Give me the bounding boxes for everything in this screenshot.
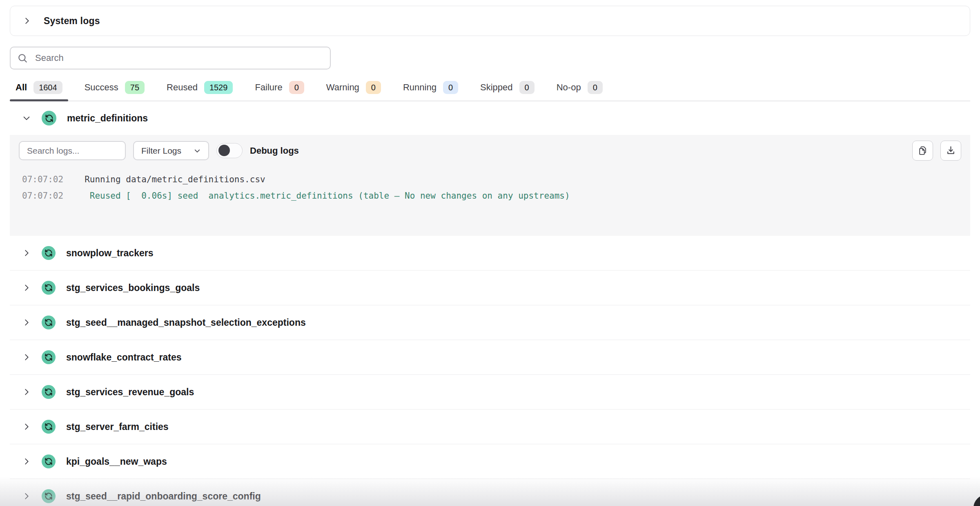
chevron-right-icon: [22, 353, 31, 362]
section-row[interactable]: stg_services_bookings_goals: [10, 271, 970, 305]
tab-label: Running: [403, 82, 437, 93]
reused-status-icon: [42, 489, 56, 503]
section-name: stg_seed__managed_snapshot_selection_exc…: [66, 317, 306, 328]
status-tab[interactable]: Skipped 0: [474, 77, 540, 101]
log-search-input[interactable]: [19, 141, 126, 160]
section-row[interactable]: snowplow_trackers: [10, 236, 970, 271]
chevron-down-icon: [22, 114, 31, 123]
chevron-right-icon: [22, 249, 31, 257]
section-name: stg_services_revenue_goals: [66, 387, 194, 398]
tab-count-badge: 1604: [33, 81, 62, 94]
status-tab[interactable]: Reused 1529: [161, 77, 238, 101]
reused-status-icon: [42, 385, 56, 399]
status-tab[interactable]: Running 0: [397, 77, 464, 101]
floating-action-button-partial[interactable]: [973, 495, 980, 506]
toggle-knob: [218, 145, 230, 156]
debug-logs-toggle[interactable]: [216, 143, 243, 158]
section-list: snowplow_trackers stg_services_bookings_…: [10, 236, 970, 506]
section-row[interactable]: stg_seed__managed_snapshot_selection_exc…: [10, 305, 970, 340]
status-tabs: All 1604 Success 75 Reused 1529 Failure …: [10, 77, 970, 101]
tab-count-badge: 0: [443, 81, 458, 94]
status-tab[interactable]: All 1604: [10, 77, 68, 101]
status-tab[interactable]: Failure 0: [249, 77, 310, 101]
section-name: kpi_goals__new_waps: [66, 456, 167, 467]
status-tab[interactable]: No-op 0: [551, 77, 608, 101]
tab-count-badge: 0: [366, 81, 381, 94]
section-row[interactable]: kpi_goals__new_waps: [10, 444, 970, 479]
debug-logs-label: Debug logs: [250, 146, 299, 156]
section-name: snowplow_trackers: [66, 248, 153, 259]
system-logs-section[interactable]: System logs: [10, 6, 970, 36]
tab-label: Success: [85, 82, 118, 93]
section-name: stg_seed__rapid_onboarding_score_config: [66, 491, 261, 502]
tab-count-badge: 0: [519, 81, 535, 94]
reused-status-icon: [42, 350, 56, 364]
section-name: snowflake_contract_rates: [66, 352, 182, 363]
system-logs-title: System logs: [44, 16, 100, 27]
log-line: 07:07:02 Reused [ 0.06s] seed analytics.…: [22, 188, 958, 204]
search-box[interactable]: [10, 47, 331, 69]
chevron-right-icon: [22, 422, 31, 431]
log-timestamp: 07:07:02: [22, 171, 63, 188]
section-row[interactable]: snowflake_contract_rates: [10, 340, 970, 375]
copy-logs-button[interactable]: [912, 141, 933, 161]
log-line: 07:07:02 Running data/metric_definitions…: [22, 171, 958, 188]
tab-label: Warning: [326, 82, 359, 93]
tab-label: Failure: [255, 82, 282, 93]
status-tab[interactable]: Success 75: [79, 77, 150, 101]
reused-status-icon: [42, 281, 56, 295]
section-name: metric_definitions: [67, 113, 148, 124]
chevron-right-icon: [22, 387, 31, 396]
filter-logs-dropdown[interactable]: Filter Logs: [133, 141, 209, 160]
reused-status-icon: [42, 246, 56, 260]
download-icon: [946, 146, 956, 156]
section-header-metric-definitions[interactable]: metric_definitions: [10, 101, 970, 135]
log-output[interactable]: 07:07:02 Running data/metric_definitions…: [19, 161, 961, 204]
section-row[interactable]: stg_services_revenue_goals: [10, 375, 970, 410]
filter-logs-label: Filter Logs: [141, 146, 181, 156]
chevron-right-icon: [22, 16, 31, 25]
tab-label: Reused: [167, 82, 198, 93]
section-row[interactable]: stg_server_farm_cities: [10, 410, 970, 444]
chevron-right-icon: [22, 283, 31, 292]
tab-label: Skipped: [480, 82, 513, 93]
tab-count-badge: 1529: [204, 81, 233, 94]
reused-status-icon: [42, 455, 56, 468]
log-timestamp: 07:07:02: [22, 188, 63, 204]
reused-status-icon: [42, 420, 56, 434]
log-panel: Filter Logs Debug logs: [10, 135, 970, 236]
log-message: Running data/metric_definitions.csv: [85, 171, 265, 188]
download-logs-button[interactable]: [940, 141, 961, 161]
tab-count-badge: 0: [588, 81, 603, 94]
log-explorer-page: System logs All 1604 Success 75 Reused 1…: [0, 0, 980, 506]
chevron-right-icon: [22, 492, 31, 501]
search-icon: [17, 53, 28, 63]
tab-count-badge: 0: [289, 81, 304, 94]
tab-label: No-op: [557, 82, 581, 93]
section-name: stg_services_bookings_goals: [66, 282, 200, 293]
chevron-right-icon: [22, 457, 31, 466]
copy-icon: [918, 146, 928, 156]
chevron-right-icon: [22, 318, 31, 327]
search-input[interactable]: [34, 52, 323, 64]
reused-status-icon: [42, 316, 56, 329]
chevron-down-icon: [194, 147, 201, 154]
tab-count-badge: 75: [125, 81, 145, 94]
reused-status-icon: [42, 111, 56, 125]
status-tab[interactable]: Warning 0: [321, 77, 387, 101]
log-message: Reused [ 0.06s] seed analytics.metric_de…: [85, 188, 570, 204]
log-controls: Filter Logs Debug logs: [19, 141, 961, 161]
section-row[interactable]: stg_seed__rapid_onboarding_score_config: [10, 479, 970, 506]
tab-label: All: [16, 82, 27, 93]
section-name: stg_server_farm_cities: [66, 421, 169, 432]
